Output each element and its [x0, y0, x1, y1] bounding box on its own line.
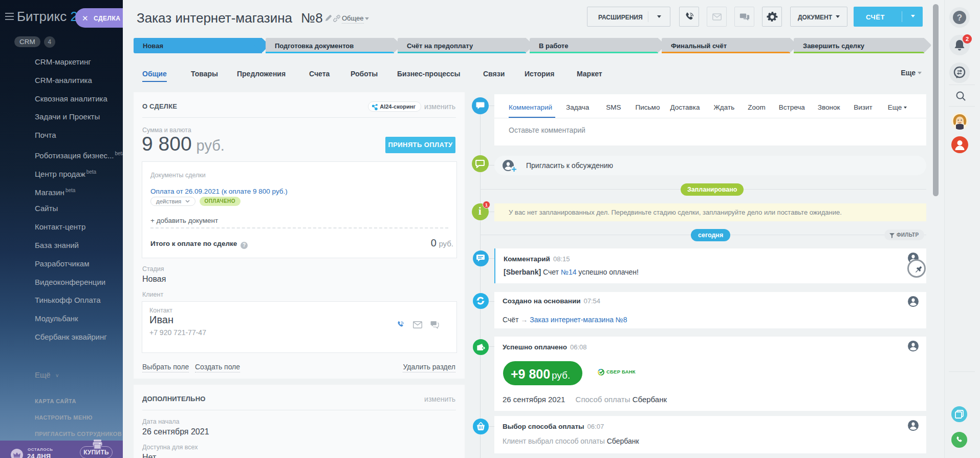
svg-text:?: ?: [957, 13, 962, 23]
